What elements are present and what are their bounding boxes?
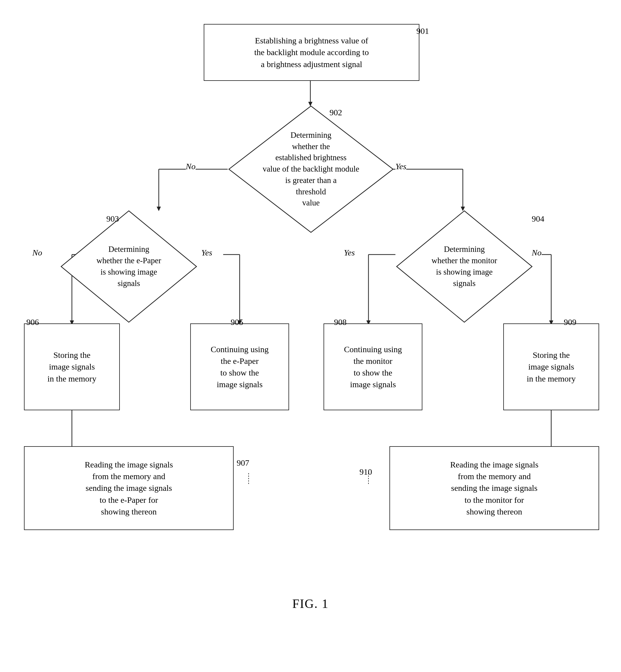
node-906-label: Storing the image signals in the memory (47, 349, 96, 384)
node-908: Continuing using the monitor to show the… (324, 324, 422, 410)
node-906: Storing the image signals in the memory (24, 324, 120, 410)
step-num-908: 908 (334, 318, 346, 327)
figure-caption: FIG. 1 (0, 596, 621, 611)
step-num-910: 910 (360, 467, 372, 477)
step-num-907: 907 (237, 458, 249, 468)
step-num-909: 909 (564, 318, 576, 327)
node-902: Determining whether the established brig… (228, 105, 394, 234)
label-no-903: No (32, 248, 42, 257)
label-no-904: No (532, 248, 542, 257)
node-903: Determining whether the e-Paper is showi… (60, 210, 198, 324)
flowchart-diagram: Establishing a brightness value of the b… (0, 0, 621, 629)
step-num-904: 904 (532, 214, 544, 224)
node-903-label: Determining whether the e-Paper is showi… (93, 241, 164, 292)
node-905: Continuing using the e-Paper to show the… (190, 324, 289, 410)
step-num-906: 906 (26, 318, 39, 327)
label-no-902: No (186, 162, 196, 171)
node-908-label: Continuing using the monitor to show the… (344, 343, 402, 390)
node-909: Storing the image signals in the memory (503, 324, 599, 410)
step-num-905: 905 (231, 318, 243, 327)
node-904: Determining whether the monitor is showi… (396, 210, 533, 324)
step-num-901: 901 (416, 26, 429, 36)
node-910-label: Reading the image signals from the memor… (450, 459, 539, 517)
step-num-903: 903 (106, 214, 119, 224)
step-num-902: 902 (330, 108, 342, 117)
node-904-label: Determining whether the monitor is showi… (429, 241, 500, 292)
node-901: Establishing a brightness value of the b… (204, 24, 419, 81)
node-901-label: Establishing a brightness value of the b… (254, 35, 369, 70)
node-907-label: Reading the image signals from the memor… (85, 459, 173, 517)
node-907: Reading the image signals from the memor… (24, 446, 234, 530)
node-909-label: Storing the image signals in the memory (527, 349, 575, 384)
node-905-label: Continuing using the e-Paper to show the… (211, 343, 269, 390)
node-902-label: Determining whether the established brig… (260, 127, 362, 212)
label-yes-902: Yes (396, 162, 406, 171)
node-910: Reading the image signals from the memor… (389, 446, 599, 530)
label-yes-903: Yes (201, 248, 212, 257)
label-yes-904: Yes (344, 248, 355, 257)
